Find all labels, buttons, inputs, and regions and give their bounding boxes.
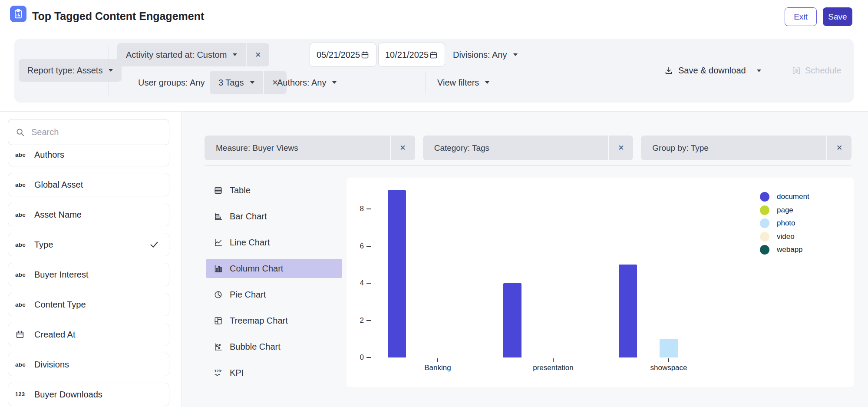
field-item-content-type[interactable]: abcContent Type <box>8 293 169 316</box>
field-item-asset-name[interactable]: abcAsset Name <box>8 203 169 226</box>
search-box <box>8 119 169 145</box>
bar-presentation-document[interactable] <box>503 283 521 357</box>
field-item-buyer-interest[interactable]: abcBuyer Interest <box>8 263 169 286</box>
category-pill-label[interactable]: Category: Tags <box>423 136 608 160</box>
chart-type-treemap-chart[interactable]: Treemap Chart <box>206 311 342 330</box>
check-icon <box>149 239 159 250</box>
schedule-label: Schedule <box>805 66 841 76</box>
x-axis-tick-mark <box>553 358 554 362</box>
calendar-icon <box>360 50 370 60</box>
exit-button[interactable]: Exit <box>785 7 817 26</box>
pie-chart-icon <box>213 290 223 300</box>
line-chart-icon <box>213 238 223 248</box>
clipboard-chart-icon <box>10 6 26 22</box>
chart-type-label: KPI <box>230 368 244 378</box>
bar-showspace-document[interactable] <box>619 265 637 357</box>
groupby-pill-label[interactable]: Group by: Type <box>641 136 826 160</box>
field-item-divisions[interactable]: abcDivisions <box>8 353 169 376</box>
bar-Banking-document[interactable] <box>388 190 406 357</box>
chart-card: documentpagephotovideowebapp 02468Bankin… <box>347 178 854 387</box>
filter-bar-divider <box>426 72 426 93</box>
authors-label: Authors: Any <box>277 78 326 88</box>
kpi-icon: 123· <box>213 368 223 378</box>
abc-icon: abc <box>15 182 34 188</box>
tags-filter-dropdown[interactable]: 3 Tags <box>210 71 263 94</box>
report-type-label: Report type: Assets <box>27 66 102 76</box>
groupby-pill: Group by: Type✕ <box>641 136 851 160</box>
chevron-down-icon <box>233 53 237 56</box>
field-item-buyer-downloads[interactable]: 123Buyer Downloads <box>8 383 169 406</box>
chart-type-table[interactable]: Table <box>206 181 342 200</box>
chart-type-label: Treemap Chart <box>230 316 288 326</box>
chart-type-column-chart[interactable]: Column Chart <box>206 259 342 278</box>
save-download-button[interactable]: Save & download <box>664 39 761 103</box>
chart-type-kpi[interactable]: 123·KPI <box>206 363 342 382</box>
divider <box>205 165 851 166</box>
chart-type-bar-chart[interactable]: Bar Chart <box>206 207 342 226</box>
top-bar: Top Tagged Content Engagement Exit Save <box>0 0 868 39</box>
divisions-dropdown[interactable]: Divisions: Any <box>453 43 518 66</box>
authors-dropdown[interactable]: Authors: Any <box>277 71 337 94</box>
groupby-pill-clear-button[interactable]: ✕ <box>827 136 851 160</box>
measure-pill-label[interactable]: Measure: Buyer Views <box>205 136 390 160</box>
category-pill-clear-button[interactable]: ✕ <box>609 136 633 160</box>
abc-icon: abc <box>15 152 34 158</box>
chevron-down-icon <box>485 81 489 84</box>
y-axis-tick-mark <box>366 208 371 209</box>
divisions-label: Divisions: Any <box>453 50 507 60</box>
treemap-chart-icon <box>213 316 223 326</box>
y-axis-tick-label: 6 <box>347 242 364 251</box>
save-download-label: Save & download <box>678 66 746 76</box>
field-item-label: Buyer Interest <box>34 270 89 280</box>
view-filters-label: View filters <box>437 78 479 88</box>
report-config-pills: Measure: Buyer Views✕Category: Tags✕Grou… <box>205 136 851 160</box>
schedule-icon <box>792 66 801 76</box>
field-item-label: Created At <box>34 330 76 340</box>
y-axis-tick-mark <box>366 246 371 247</box>
abc-icon: abc <box>15 301 34 308</box>
abc-icon: abc <box>15 212 34 218</box>
calendar-icon <box>15 330 34 339</box>
y-axis-tick-mark <box>366 357 371 358</box>
chart-type-label: Bar Chart <box>230 212 267 222</box>
column-chart-plot: 02468Bankingpresentationshowspace <box>347 178 854 387</box>
chart-type-bubble-chart[interactable]: Bubble Chart <box>206 337 342 356</box>
user-groups-label: User groups: Any <box>138 78 205 88</box>
filter-bar-divider <box>109 46 109 96</box>
y-axis-tick-label: 2 <box>347 316 364 325</box>
search-icon <box>15 127 25 137</box>
date-from-value: 05/21/2025 <box>317 50 360 60</box>
y-axis-tick-label: 8 <box>347 205 364 213</box>
filter-bar: Report type: Assets Activity started at:… <box>14 39 854 103</box>
column-chart-icon <box>213 264 223 274</box>
bar-showspace-photo[interactable] <box>660 339 678 357</box>
tags-filter-label: 3 Tags <box>218 78 244 88</box>
chart-type-pie-chart[interactable]: Pie Chart <box>206 285 342 304</box>
field-item-label: Divisions <box>34 360 69 370</box>
fields-sidebar: abcAuthorsabcGlobal AssetabcAsset Nameab… <box>0 111 182 407</box>
activity-filter-clear-button[interactable]: ✕ <box>247 43 269 66</box>
field-item-type[interactable]: abcType <box>8 233 169 256</box>
schedule-button[interactable]: Schedule <box>792 39 841 103</box>
field-item-authors[interactable]: abcAuthors <box>8 150 169 166</box>
abc-icon: abc <box>15 242 34 248</box>
view-filters-dropdown[interactable]: View filters <box>437 71 489 94</box>
date-to-value: 10/21/2025 <box>385 50 429 60</box>
y-axis-tick-mark <box>366 283 371 284</box>
user-groups-dropdown[interactable]: User groups: Any <box>138 71 215 94</box>
measure-pill-clear-button[interactable]: ✕ <box>391 136 415 160</box>
field-item-global-asset[interactable]: abcGlobal Asset <box>8 173 169 196</box>
y-axis-tick-mark <box>366 320 371 321</box>
report-type-dropdown[interactable]: Report type: Assets <box>19 59 122 82</box>
date-to-input[interactable]: 10/21/2025 <box>378 43 445 67</box>
search-input[interactable] <box>31 127 162 137</box>
x-axis-category-label: Banking <box>399 364 477 372</box>
field-item-created-at[interactable]: Created At <box>8 323 169 346</box>
date-from-input[interactable]: 05/21/2025 <box>310 43 376 67</box>
activity-filter-dropdown[interactable]: Activity started at: Custom <box>117 43 246 66</box>
field-item-label: Global Asset <box>34 180 83 190</box>
save-button[interactable]: Save <box>823 7 852 26</box>
abc-icon: abc <box>15 361 34 368</box>
table-icon <box>213 185 223 195</box>
chart-type-line-chart[interactable]: Line Chart <box>206 233 342 252</box>
